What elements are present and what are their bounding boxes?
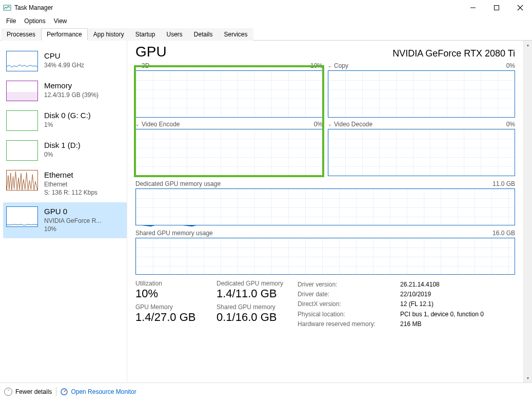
sidebar-item-memory[interactable]: Memory 12.4/31.9 GB (39%) — [3, 77, 127, 106]
tab-details[interactable]: Details — [188, 28, 219, 41]
sidebar-eth-sub2: S: 136 R: 112 Kbps — [44, 188, 97, 197]
open-resource-monitor-label: Open Resource Monitor — [71, 388, 136, 395]
open-resource-monitor-link[interactable]: Open Resource Monitor — [61, 388, 136, 395]
sidebar-memory-title: Memory — [44, 81, 98, 91]
titlebar: Task Manager — [0, 0, 532, 15]
dedicated-mem-max: 11.0 GB — [492, 180, 515, 187]
sidebar-gpu0-sub1: NVIDIA GeForce R... — [44, 217, 101, 225]
sidebar-disk1-sub: 0% — [44, 150, 81, 159]
chart-venc-box — [135, 129, 323, 176]
chart-3d[interactable]: ⌄3D 10% — [135, 61, 323, 118]
sidebar-item-disk0[interactable]: Disk 0 (G: C:) 1% — [3, 106, 127, 136]
engine-charts: ⌄3D 10% ⌄Copy — [135, 61, 515, 176]
sidebar-disk0-title: Disk 0 (G: C:) — [44, 110, 91, 121]
chart-copy-box — [328, 70, 515, 118]
close-button[interactable] — [508, 0, 532, 15]
chart-3d-box — [135, 70, 323, 118]
body: CPU 34% 4.99 GHz Memory 12.4/31.9 GB (39… — [0, 41, 532, 383]
sidebar-gpu0-title: GPU 0 — [44, 206, 101, 217]
ethernet-thumb — [6, 170, 38, 191]
sidebar-gpu0-sub2: 10% — [44, 225, 101, 233]
tab-app-history[interactable]: App history — [88, 28, 130, 41]
chevron-down-icon: ⌄ — [328, 122, 332, 127]
chart-3d-label: 3D — [142, 62, 149, 69]
maximize-button[interactable] — [485, 0, 508, 15]
window-title: Task Manager — [14, 4, 53, 11]
tab-performance[interactable]: Performance — [41, 28, 88, 41]
chart-copy[interactable]: ⌄Copy 0% — [328, 61, 515, 118]
chart-vdec-label: Video Decode — [334, 121, 372, 128]
gpu0-thumb — [6, 206, 38, 227]
sidebar-eth-sub1: Ethernet — [44, 180, 97, 188]
sidebar-eth-title: Ethernet — [44, 170, 97, 180]
disk1-thumb — [6, 140, 38, 161]
svg-line-8 — [64, 390, 66, 392]
tab-processes[interactable]: Processes — [1, 28, 41, 41]
chart-copy-label: Copy — [334, 62, 348, 69]
chart-3d-pct: 10% — [310, 62, 323, 69]
minimize-button[interactable] — [461, 0, 485, 15]
sidebar-disk1-title: Disk 1 (D:) — [44, 140, 81, 150]
shared-mem-box — [135, 238, 515, 275]
sidebar-memory-sub: 12.4/31.9 GB (39%) — [44, 91, 98, 99]
disk0-thumb — [6, 110, 38, 131]
tab-users[interactable]: Users — [161, 28, 188, 41]
sidebar-disk0-sub: 1% — [44, 121, 91, 129]
chart-vdec-box — [328, 129, 515, 176]
vertical-scrollbar[interactable]: ▴ ▾ — [523, 41, 532, 383]
fewer-details-button[interactable]: ˄ Fewer details — [4, 388, 52, 396]
window-controls — [461, 0, 532, 15]
sidebar-cpu-sub: 34% 4.99 GHz — [44, 61, 84, 69]
resource-monitor-icon — [61, 388, 68, 395]
sidebar-item-cpu[interactable]: CPU 34% 4.99 GHz — [3, 47, 127, 77]
chart-copy-pct: 0% — [506, 62, 515, 69]
menubar: File Options View — [0, 15, 532, 28]
svg-rect-2 — [495, 6, 499, 10]
scroll-down-icon[interactable]: ▾ — [524, 374, 532, 383]
task-manager-icon — [3, 4, 11, 12]
chart-video-decode[interactable]: ⌄Video Decode 0% — [328, 120, 515, 176]
chevron-up-icon: ˄ — [4, 388, 12, 396]
sidebar: CPU 34% 4.99 GHz Memory 12.4/31.9 GB (39… — [0, 41, 127, 383]
sidebar-cpu-title: CPU — [44, 51, 84, 61]
tab-startup[interactable]: Startup — [130, 28, 161, 41]
gpu-device-name: NVIDIA GeForce RTX 2080 Ti — [392, 48, 515, 59]
main-pane: GPU NVIDIA GeForce RTX 2080 Ti ⌄3D 10% — [127, 41, 532, 383]
chart-vdec-pct: 0% — [506, 121, 515, 128]
dedicated-mem-box — [135, 188, 515, 225]
fewer-details-label: Fewer details — [15, 388, 52, 395]
sidebar-item-gpu0[interactable]: GPU 0 NVIDIA GeForce R... 10% — [3, 202, 127, 239]
footer: ˄ Fewer details Open Resource Monitor — [0, 383, 532, 400]
menu-view[interactable]: View — [50, 16, 71, 26]
menu-options[interactable]: Options — [20, 16, 49, 26]
scroll-up-icon[interactable]: ▴ — [524, 41, 532, 49]
sidebar-item-ethernet[interactable]: Ethernet Ethernet S: 136 R: 112 Kbps — [3, 166, 127, 202]
cpu-thumb — [6, 51, 38, 71]
page-title: GPU — [135, 44, 167, 60]
sidebar-item-disk1[interactable]: Disk 1 (D:) 0% — [3, 136, 127, 166]
tabstrip: Processes Performance App history Startu… — [0, 28, 532, 41]
memory-thumb — [6, 81, 38, 101]
menu-file[interactable]: File — [2, 16, 20, 26]
chevron-down-icon: ⌄ — [328, 63, 332, 68]
chevron-down-icon: ⌄ — [135, 63, 140, 68]
tab-services[interactable]: Services — [219, 28, 253, 41]
footer-divider — [56, 387, 56, 396]
